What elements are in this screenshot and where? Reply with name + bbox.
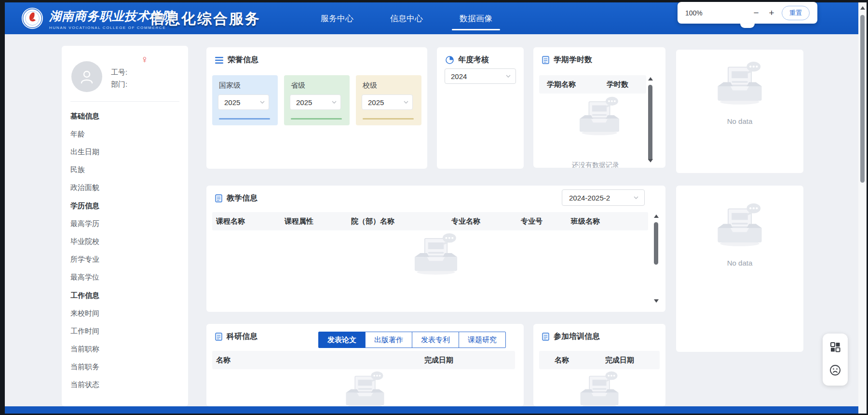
col-name: 名称 xyxy=(555,356,569,365)
document-icon xyxy=(215,194,222,202)
empty-box-illustration xyxy=(711,60,769,106)
zoom-in-button[interactable]: + xyxy=(765,7,778,19)
sad-face-icon[interactable] xyxy=(829,364,841,376)
honor-card-header: 荣誉信息 xyxy=(215,55,258,65)
tab-published-patents[interactable]: 发表专利 xyxy=(412,332,459,348)
nav-data-portrait[interactable]: 数据画像 xyxy=(460,13,492,24)
assessment-year-select[interactable]: 2024 xyxy=(445,68,516,84)
honor-tile-national-label: 国家级 xyxy=(219,81,241,90)
nav-info-center[interactable]: 信息中心 xyxy=(390,13,423,24)
nav-service-center[interactable]: 服务中心 xyxy=(321,13,353,24)
chevron-down-icon xyxy=(332,101,337,104)
avatar xyxy=(71,61,102,92)
teaching-card-header: 教学信息 xyxy=(215,193,258,203)
sidebar-item-highest-education[interactable]: 最高学历 xyxy=(70,218,181,228)
scroll-up-arrow-icon[interactable] xyxy=(860,6,865,10)
sidebar-item-highest-degree[interactable]: 最高学位 xyxy=(70,272,181,282)
scroll-up-arrow-icon[interactable] xyxy=(654,214,659,218)
empty-state xyxy=(340,370,390,406)
assessment-year-value: 2024 xyxy=(451,72,506,80)
scroll-down-arrow-icon[interactable] xyxy=(654,299,659,303)
sidebar-item-arrival-time[interactable]: 来校时间 xyxy=(70,308,181,318)
profile-sidebar: ♀ 工号: 部门: 基础信息 年龄 出生日期 民族 政治面貌 学历信息 最高学历… xyxy=(62,46,188,406)
training-card-header: 参加培训信息 xyxy=(542,332,600,342)
empty-box-illustration xyxy=(574,370,624,406)
empty-box-illustration xyxy=(340,370,390,406)
col-college-name: 院（部）名称 xyxy=(351,217,394,226)
honor-info-card: 荣誉信息 国家级 2025 省级 2025 校级 xyxy=(206,47,427,169)
panel-collapse-handle[interactable] xyxy=(740,24,755,28)
chevron-down-icon xyxy=(634,196,638,199)
page-scrollbar[interactable] xyxy=(858,2,867,414)
training-info-card: 参加培训信息 名称 完成日期 xyxy=(533,324,665,406)
grid-apps-icon[interactable] xyxy=(829,341,841,353)
research-table-header: 名称 完成日期 xyxy=(212,351,515,369)
empty-text: 还没有数据记录 xyxy=(539,160,652,168)
honor-provincial-year-select[interactable]: 2025 xyxy=(290,94,341,110)
col-completion-date: 完成日期 xyxy=(605,356,634,365)
semester-card-header: 学期学时数 xyxy=(542,55,592,65)
document-icon xyxy=(542,56,549,64)
honor-school-year-value: 2025 xyxy=(368,98,404,107)
sidebar-item-current-position[interactable]: 当前职务 xyxy=(70,361,181,372)
honor-provincial-year-value: 2025 xyxy=(296,98,332,107)
divider xyxy=(70,101,179,102)
portal-title: 信息化综合服务 xyxy=(149,9,261,29)
sidebar-item-current-status[interactable]: 当前状态 xyxy=(70,379,181,389)
department-label: 部门: xyxy=(111,80,127,89)
tab-published-books[interactable]: 出版著作 xyxy=(365,332,412,348)
empty-state xyxy=(711,60,769,106)
card-scrollbar-thumb[interactable] xyxy=(654,222,658,265)
research-tabs: 发表论文 出版著作 发表专利 课题研究 xyxy=(318,332,506,348)
col-name: 名称 xyxy=(216,356,231,365)
reset-button[interactable]: 重置 xyxy=(782,6,810,20)
main-nav: 服务中心 信息中心 数据画像 xyxy=(321,2,492,34)
sidebar-section-education: 学历信息 xyxy=(70,201,181,211)
assessment-card-title: 年度考核 xyxy=(458,55,489,65)
semester-card-title: 学期学时数 xyxy=(554,55,592,65)
sidebar-item-major-studied[interactable]: 所学专业 xyxy=(70,254,181,264)
tab-published-papers[interactable]: 发表论文 xyxy=(318,332,366,348)
honor-tile-provincial: 省级 2025 xyxy=(284,75,350,125)
no-data-label: No data xyxy=(676,117,803,125)
page-scrollbar-thumb[interactable] xyxy=(860,15,865,183)
bottom-blue-strip xyxy=(5,406,858,414)
col-major-number: 专业号 xyxy=(521,217,542,226)
col-major-name: 专业名称 xyxy=(451,217,480,226)
research-card-header: 科研信息 xyxy=(215,332,258,342)
annual-assessment-card: 年度考核 2024 xyxy=(437,47,524,169)
col-completion-date: 完成日期 xyxy=(424,356,453,365)
tile-accent-bar xyxy=(291,118,342,120)
honor-school-year-select[interactable]: 2025 xyxy=(362,94,413,110)
col-course-attribute: 课程属性 xyxy=(285,217,313,226)
sidebar-section-basic: 基础信息 xyxy=(70,111,181,121)
honor-national-year-select[interactable]: 2025 xyxy=(218,94,269,110)
no-data-card-bottom: No data xyxy=(676,186,803,352)
no-data-label: No data xyxy=(676,259,803,267)
honor-tile-school-label: 校级 xyxy=(363,81,377,90)
tile-accent-bar xyxy=(363,118,414,120)
scroll-up-arrow-icon[interactable] xyxy=(648,77,653,80)
honor-tile-national: 国家级 2025 xyxy=(212,75,278,125)
training-table-header: 名称 完成日期 xyxy=(539,351,660,369)
sidebar-item-political-status[interactable]: 政治面貌 xyxy=(70,182,181,192)
sidebar-item-current-title[interactable]: 当前职称 xyxy=(70,344,181,354)
honor-card-title: 荣誉信息 xyxy=(228,55,258,65)
col-hours: 学时数 xyxy=(607,80,628,89)
sidebar-item-age[interactable]: 年龄 xyxy=(70,129,181,139)
sidebar-item-ethnicity[interactable]: 民族 xyxy=(70,164,181,174)
floating-action-panel xyxy=(823,334,848,386)
research-card-title: 科研信息 xyxy=(227,332,258,342)
chevron-down-icon xyxy=(506,75,511,78)
sidebar-menu: 基础信息 年龄 出生日期 民族 政治面貌 学历信息 最高学历 毕业院校 所学专业… xyxy=(70,103,181,389)
sidebar-item-work-time[interactable]: 工作时间 xyxy=(70,326,181,336)
zoom-buttons: − + xyxy=(750,7,778,19)
empty-box-illustration xyxy=(573,95,625,136)
sidebar-item-graduate-school[interactable]: 毕业院校 xyxy=(70,236,181,246)
tab-research-projects[interactable]: 课题研究 xyxy=(459,332,506,348)
teaching-term-select[interactable]: 2024-2025-2 xyxy=(562,189,645,206)
card-scrollbar-thumb[interactable] xyxy=(648,85,652,161)
sidebar-item-birthdate[interactable]: 出生日期 xyxy=(70,147,181,157)
zoom-out-button[interactable]: − xyxy=(750,7,762,19)
semester-table-header: 学期名称 学时数 xyxy=(539,75,646,94)
